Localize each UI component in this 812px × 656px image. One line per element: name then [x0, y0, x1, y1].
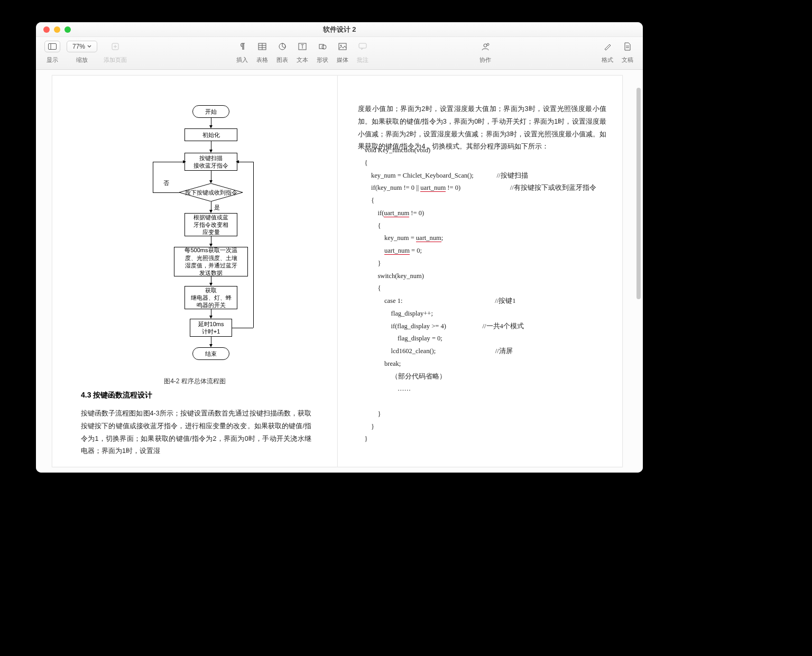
- table-label: 表格: [256, 56, 268, 64]
- brush-icon: [603, 42, 612, 51]
- document-group: 文稿: [621, 39, 634, 64]
- scrollbar-thumb[interactable]: [636, 88, 641, 299]
- flow-init: 初始化: [184, 128, 237, 141]
- view-group: 显示: [44, 39, 60, 64]
- flow-label-no: 否: [163, 179, 169, 187]
- window-controls: [43, 26, 71, 33]
- page-left[interactable]: 开始 初始化 按键扫描 接收蓝牙指令 按下按键或收到指令 否: [52, 75, 337, 467]
- svg-text:T: T: [301, 44, 304, 50]
- flow-arrowhead: [236, 160, 239, 163]
- section-title: 4.3 按键函数流程设计: [81, 391, 152, 400]
- toolbar: 显示 77% 缩放 添加页面 插入: [36, 37, 643, 70]
- shape-label: 形状: [317, 56, 328, 64]
- flow-start: 开始: [192, 105, 229, 118]
- collab-label: 协作: [479, 56, 491, 64]
- paragraph: 按键函数子流程图如图4-3所示；按键设置函数首先通过按键扫描函数，获取按键按下的…: [81, 408, 311, 458]
- view-label: 显示: [47, 56, 58, 64]
- flow-label-yes: 是: [214, 204, 220, 211]
- insert-button[interactable]: [235, 41, 249, 52]
- paragraph-icon: [238, 42, 246, 51]
- flow-arrow: [211, 171, 211, 181]
- flow-arrowhead: [183, 160, 186, 163]
- zoom-label: 缩放: [76, 56, 88, 64]
- content-area: 开始 初始化 按键扫描 接收蓝牙指令 按下按键或收到指令 否: [36, 70, 643, 473]
- maximize-icon[interactable]: [64, 26, 71, 33]
- format-group: 格式: [601, 39, 614, 64]
- minimize-icon[interactable]: [54, 26, 60, 33]
- zoom-group: 77% 缩放: [67, 39, 97, 64]
- flow-decision: 按下按键或收到指令: [179, 183, 243, 201]
- add-page-group: 添加页面: [104, 39, 127, 64]
- text-button[interactable]: T: [296, 41, 309, 52]
- format-label: 格式: [602, 56, 613, 64]
- plus-icon: [111, 42, 119, 51]
- insert-label: 插入: [236, 56, 248, 64]
- svg-rect-0: [49, 44, 57, 50]
- figure-caption: 图4-2 程序总体流程图: [52, 377, 337, 386]
- chevron-down-icon: [87, 45, 91, 48]
- flow-arrow: [153, 192, 179, 193]
- code-block: void Key_function(void) { key_num = Chic…: [358, 144, 606, 446]
- table-group: 表格: [255, 39, 269, 64]
- flow-decision-text: 按下按键或收到指令: [179, 189, 243, 197]
- scrollbar[interactable]: [636, 77, 641, 465]
- chart-group: 图表: [275, 39, 289, 64]
- flow-b6: 延时10ms 计时+1: [190, 319, 232, 337]
- media-button[interactable]: [336, 41, 349, 52]
- document-button[interactable]: [621, 41, 634, 52]
- chart-label: 图表: [276, 56, 288, 64]
- zoom-value: 77%: [72, 43, 85, 50]
- shape-icon: [318, 43, 327, 50]
- add-page-button: [108, 41, 122, 52]
- format-button[interactable]: [601, 41, 614, 52]
- document-label: 文稿: [622, 56, 633, 64]
- svg-point-17: [484, 44, 487, 47]
- close-icon[interactable]: [43, 26, 50, 33]
- sidebar-icon: [48, 43, 57, 50]
- svg-point-13: [322, 45, 326, 49]
- text-label: 文本: [297, 56, 308, 64]
- document-icon: [624, 42, 631, 51]
- image-icon: [338, 43, 347, 50]
- table-icon: [258, 43, 266, 50]
- collab-group: 协作: [478, 39, 492, 64]
- collab-button[interactable]: [478, 41, 492, 52]
- svg-rect-16: [359, 43, 366, 48]
- collab-icon: [481, 42, 490, 51]
- flow-b4: 每500ms获取一次温 度、光照强度、土壤 湿度值，并通过蓝牙 发送数据: [174, 247, 248, 276]
- titlebar: 软件设计 2: [36, 22, 643, 37]
- media-label: 媒体: [337, 56, 348, 64]
- flow-arrow: [153, 162, 184, 162]
- flow-arrow: [153, 162, 153, 192]
- shape-group: 形状: [316, 39, 329, 64]
- page-spread: 开始 初始化 按键扫描 接收蓝牙指令 按下按键或收到指令 否: [36, 70, 643, 473]
- flow-end: 结束: [192, 347, 229, 360]
- textbox-icon: T: [298, 43, 307, 50]
- pie-icon: [278, 42, 287, 51]
- comment-label: 批注: [357, 56, 368, 64]
- flow-arrow: [237, 162, 253, 162]
- comment-group: 批注: [356, 39, 370, 64]
- flow-b5: 获取 继电器、灯、蜂 鸣器的开关: [184, 286, 237, 309]
- window-title: 软件设计 2: [36, 25, 643, 34]
- flow-scan: 按键扫描 接收蓝牙指令: [184, 153, 237, 171]
- view-button[interactable]: [44, 41, 60, 52]
- app-window: 软件设计 2 显示 77% 缩放: [36, 22, 643, 473]
- text-group: T 文本: [296, 39, 309, 64]
- comment-icon: [358, 43, 367, 50]
- comment-button: [356, 41, 370, 52]
- add-page-label: 添加页面: [104, 56, 127, 64]
- flow-b3: 根据键值或蓝 牙指令改变相 应变量: [184, 213, 237, 236]
- flowchart: 开始 初始化 按键扫描 接收蓝牙指令 按下按键或收到指令 否: [142, 105, 280, 391]
- page-right[interactable]: 度最小值加；界面为2时，设置湿度最大值加；界面为3时，设置光照强度最小值加。如果…: [337, 75, 623, 467]
- flow-arrow: [232, 328, 253, 328]
- insert-group: 插入: [235, 39, 249, 64]
- svg-point-18: [487, 43, 489, 45]
- media-group: 媒体: [336, 39, 349, 64]
- chart-button[interactable]: [275, 41, 289, 52]
- zoom-dropdown[interactable]: 77%: [67, 41, 97, 52]
- flow-arrow: [253, 162, 254, 328]
- svg-point-15: [340, 45, 342, 46]
- table-button[interactable]: [255, 41, 269, 52]
- shape-button[interactable]: [316, 41, 329, 52]
